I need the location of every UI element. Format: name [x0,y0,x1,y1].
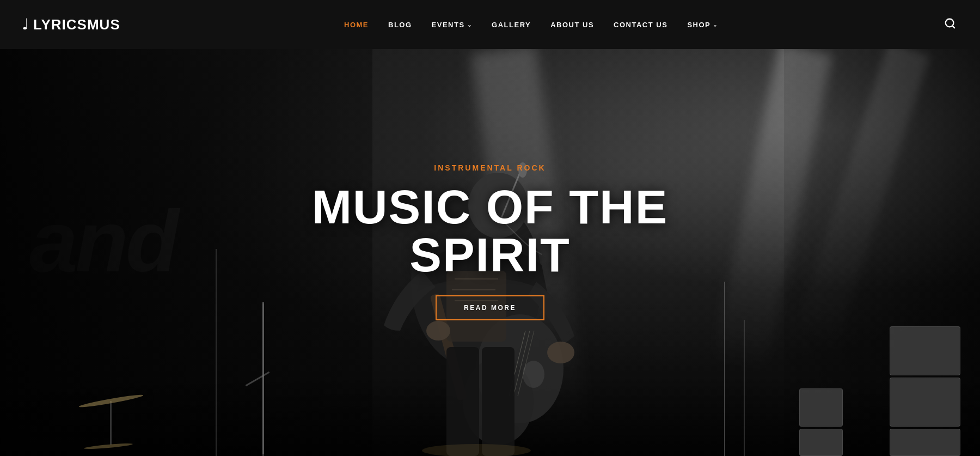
mic-stand-right-2 [744,320,745,456]
nav-item-blog[interactable]: BLOG [388,21,412,29]
events-dropdown-icon: ⌄ [467,22,473,28]
svg-line-1 [952,26,954,28]
nav-item-events[interactable]: EVENTS ⌄ [432,21,473,29]
hero-cta-button[interactable]: READ MORE [436,295,544,320]
search-button[interactable] [942,15,958,34]
cymbal-area [78,399,144,448]
svg-point-21 [523,361,544,388]
nav-item-contact[interactable]: CONTACT US [614,21,667,29]
hero-title: MUSIC OF THE SPIRIT [245,183,735,279]
site-logo[interactable]: ♩ LYRICSMUS [22,16,120,33]
logo-text: LYRICSMUS [33,16,120,33]
nav-item-shop[interactable]: SHOP ⌄ [687,21,718,29]
hero-content: INSTRUMENTAL ROCK MUSIC OF THE SPIRIT RE… [245,163,735,320]
nav-item-gallery[interactable]: GALLERY [492,21,531,29]
hero-section: and [0,49,980,456]
svg-rect-18 [446,347,479,456]
logo-icon: ♩ [22,17,29,32]
svg-point-14 [426,321,450,341]
mic-stand-left [255,302,271,456]
nav-item-about[interactable]: ABOUT US [550,21,594,29]
nav-item-home[interactable]: HOME [344,21,369,29]
hero-genre: INSTRUMENTAL ROCK [434,163,546,172]
main-nav: HOME BLOG EVENTS ⌄ GALLERY ABOUT US CONT… [344,21,718,29]
site-header: ♩ LYRICSMUS HOME BLOG EVENTS ⌄ GALLERY A… [0,0,980,49]
search-icon [944,17,956,29]
amplifier-stack [890,326,960,456]
shop-dropdown-icon: ⌄ [713,22,718,28]
svg-rect-19 [482,347,514,456]
svg-point-13 [547,342,574,363]
mic-stand-left-2 [216,249,217,456]
equipment-right-2 [799,388,843,456]
